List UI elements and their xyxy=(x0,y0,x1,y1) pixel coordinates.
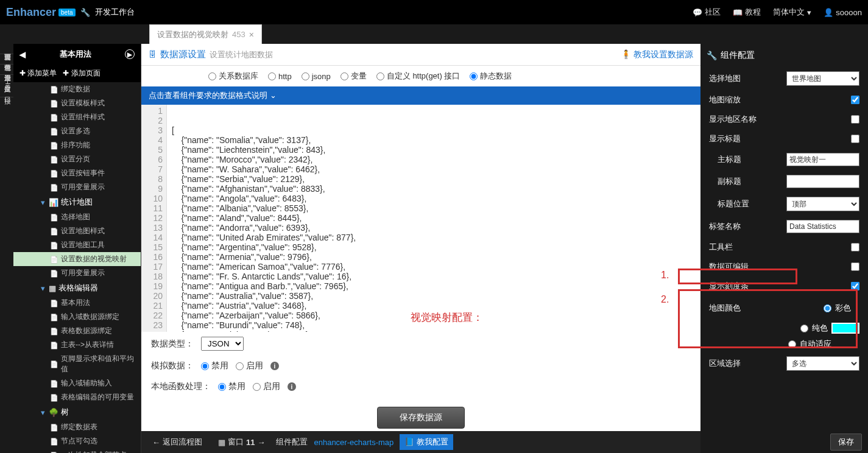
tree-item[interactable]: 可用变量展示 xyxy=(13,180,141,194)
tutorial-link[interactable]: 📖 教程 xyxy=(733,7,761,18)
tag-input[interactable] xyxy=(786,220,859,233)
region-sel[interactable]: 多选 xyxy=(786,356,859,371)
tree-item[interactable]: 输入域数据源绑定 xyxy=(13,310,141,324)
vtab-role[interactable]: 角色管理 xyxy=(0,54,13,65)
scale-check[interactable] xyxy=(851,282,859,290)
wrench-icon[interactable]: 🔧 xyxy=(80,8,90,17)
editable-check[interactable] xyxy=(851,262,859,271)
main-title-input[interactable] xyxy=(786,153,859,166)
community-link[interactable]: 💬 社区 xyxy=(693,7,721,18)
color-auto[interactable]: 自动适应 xyxy=(700,336,868,352)
db-icon: 🗄 xyxy=(149,50,157,59)
tree-item[interactable]: 设置模板样式 xyxy=(13,96,141,110)
tree-item[interactable]: 绑定数据 xyxy=(13,82,141,96)
bottom-save[interactable]: 保存 xyxy=(830,434,862,451)
group-stat-map[interactable]: 📊 统计地图 xyxy=(13,194,141,210)
mock-label: 模拟数据： xyxy=(151,360,194,371)
color-multi[interactable]: 彩色 xyxy=(824,300,859,316)
color-swatch[interactable] xyxy=(831,323,859,334)
title-check[interactable] xyxy=(851,135,859,143)
tree-item[interactable]: 表格编辑器的可用变量 xyxy=(13,390,141,404)
window-btn[interactable]: ▦ 窗口 11 → xyxy=(213,434,270,450)
color-solid[interactable]: 纯色 xyxy=(700,320,868,336)
tree-item[interactable]: 设置多选 xyxy=(13,124,141,138)
sub-title-input[interactable] xyxy=(786,175,859,188)
vtab-page-mgmt[interactable]: 三页面管理 xyxy=(0,44,13,54)
lang-select[interactable]: 简体中文 ▾ xyxy=(773,7,811,18)
vtab-http[interactable]: 自定义Http接口 xyxy=(0,75,13,97)
toolbar-check[interactable] xyxy=(851,243,859,251)
src-var[interactable]: 变量 xyxy=(340,71,367,82)
main-title: 数据源设置 xyxy=(160,49,206,60)
group-table-editor[interactable]: ▦ 表格编辑器 xyxy=(13,280,141,296)
code-editor[interactable]: 1234567891011121314151617181920212223 [ … xyxy=(141,105,700,332)
help-link[interactable]: 🧍 教我设置数据源 xyxy=(621,49,693,60)
data-type-label: 数据类型： xyxy=(151,339,194,349)
src-http[interactable]: http xyxy=(268,72,292,81)
tree-item[interactable]: 表格数据源绑定 xyxy=(13,324,141,338)
highlight-num-1: 1. xyxy=(661,270,669,281)
tree-item[interactable]: 可用变量展示 xyxy=(13,266,141,280)
tree-item[interactable]: 节点可勾选 xyxy=(13,434,141,448)
comp-name[interactable]: enhancer-echarts-map xyxy=(314,438,393,447)
title-pos-select[interactable]: 顶部 xyxy=(786,197,859,211)
highlight-num-2: 2. xyxy=(661,294,669,305)
region-check[interactable] xyxy=(851,115,859,124)
src-jsonp[interactable]: jsonp xyxy=(302,72,331,81)
tree-item[interactable]: 设置分页 xyxy=(13,152,141,166)
src-db[interactable]: 关系数据库 xyxy=(208,71,258,82)
tab-visual-mapping[interactable]: 设置数据的视觉映射 453 × xyxy=(149,24,262,44)
user-menu[interactable]: 👤 soooon xyxy=(824,8,862,17)
workbench-link[interactable]: 开发工作台 xyxy=(95,7,135,18)
tree-item[interactable]: 设置按钮事件 xyxy=(13,166,141,180)
logo: Enhancer xyxy=(6,6,56,19)
tree-item[interactable]: 绑定数据表 xyxy=(13,420,141,434)
local-disable[interactable]: 禁用 xyxy=(218,381,245,392)
teach-btn[interactable]: 📘 教我配置 xyxy=(400,434,453,450)
tree-item[interactable]: 设置地图样式 xyxy=(13,224,141,238)
tree-item[interactable]: 输入域辅助输入 xyxy=(13,376,141,390)
mock-enable[interactable]: 启用 xyxy=(236,360,263,371)
back-flow[interactable]: ← 返回流程图 xyxy=(147,434,207,450)
info-icon[interactable]: i xyxy=(270,362,279,370)
tree-item[interactable]: 主表-->从表详情 xyxy=(13,338,141,352)
tree-item[interactable]: 选择地图 xyxy=(13,210,141,224)
group-tree[interactable]: 🌳 树 xyxy=(13,404,141,420)
map-select[interactable]: 世界地图 xyxy=(786,71,859,86)
tree-item[interactable]: 设置地图工具 xyxy=(13,238,141,252)
format-help-bar[interactable]: 点击查看组件要求的数据格式说明 ⌄ xyxy=(141,86,700,105)
add-page-btn[interactable]: ✚ 添加页面 xyxy=(63,68,100,79)
tree-item[interactable]: 基本用法 xyxy=(13,296,141,310)
source-type-label: 选择源类型： xyxy=(151,71,199,82)
mock-disable[interactable]: 禁用 xyxy=(201,360,228,371)
local-label: 本地函数处理： xyxy=(151,381,211,392)
data-type-select[interactable]: JSON xyxy=(201,337,244,351)
local-enable[interactable]: 启用 xyxy=(253,381,280,392)
tree-item[interactable]: 页脚显示求和值和平均值 xyxy=(13,352,141,376)
save-button[interactable]: 保存数据源 xyxy=(377,407,465,429)
sidebar-title: ◀基本用法 ▶ xyxy=(13,44,141,65)
vtab-global[interactable]: 全局设置 xyxy=(0,65,13,75)
right-panel-title: 🔧 组件配置 xyxy=(700,44,868,67)
info-icon[interactable]: i xyxy=(288,382,296,391)
beta-badge: beta xyxy=(58,9,75,16)
src-httpget[interactable]: 自定义 http(get) 接口 xyxy=(376,71,460,82)
add-menu-btn[interactable]: ✚ 添加菜单 xyxy=(19,68,57,79)
tree-item[interactable]: 排序功能 xyxy=(13,138,141,152)
zoom-check[interactable] xyxy=(851,96,859,104)
tree-item[interactable]: 一次性加载全部节点 xyxy=(13,448,141,453)
src-static[interactable]: 静态数据 xyxy=(470,71,512,82)
expand-icon[interactable]: ▶ xyxy=(125,49,135,59)
tree-item[interactable]: 设置数据的视觉映射 xyxy=(13,252,141,266)
close-icon[interactable]: × xyxy=(249,30,254,40)
main-subtitle: 设置统计地图数据 xyxy=(210,49,273,60)
tree-item[interactable]: 设置组件样式 xyxy=(13,110,141,124)
